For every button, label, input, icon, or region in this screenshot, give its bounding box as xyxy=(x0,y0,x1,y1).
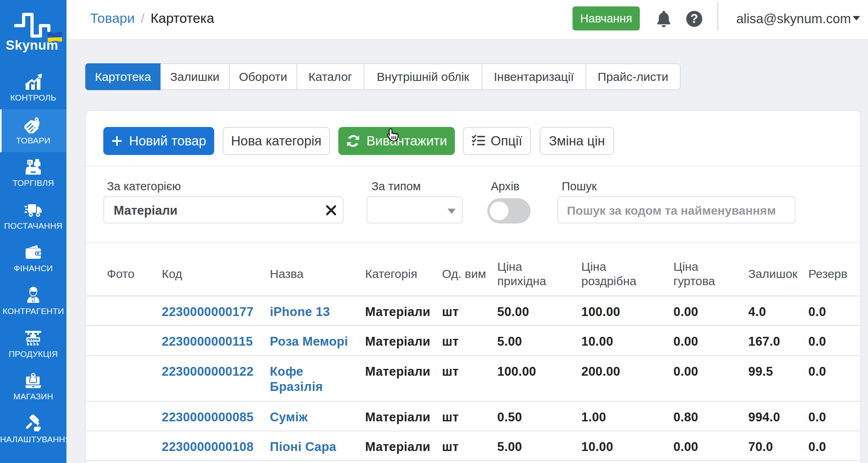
svg-text:?: ? xyxy=(691,12,698,26)
